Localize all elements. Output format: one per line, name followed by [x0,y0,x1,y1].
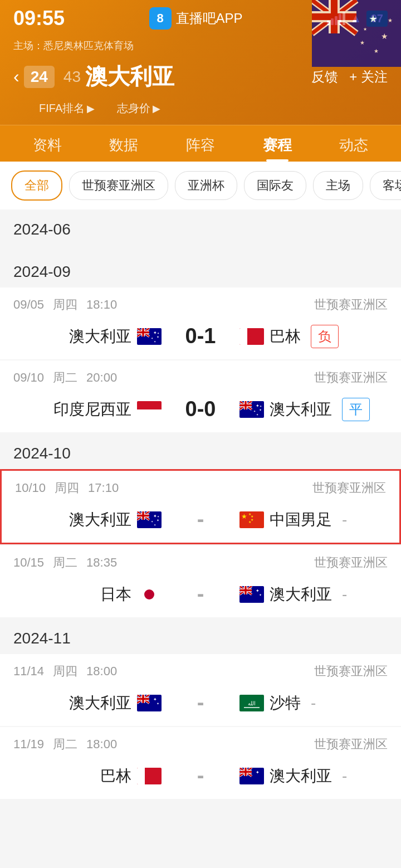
home-team-1015: 日本 [18,584,162,605]
home-flag-1119 [137,768,162,784]
day-0905: 周四 [53,296,77,313]
score-0910: 0-0 [162,397,239,421]
result-dash-1010: - [342,511,347,529]
month-header-sep: 2024-09 [0,252,401,287]
svg-text:★: ★ [248,520,251,524]
svg-text:✦: ✦ [157,702,159,705]
away-flag-1119: ✦ [239,768,264,784]
svg-text:★: ★ [374,48,379,54]
month-header-nov: 2024-11 [0,618,401,654]
home-team-1114: 澳大利亚 ✦ ✦ [18,693,162,714]
match-date-row-1015: 10/15 周二 18:35 世预赛亚洲区 [0,545,401,576]
month-header-jun: 2024-06 [0,209,401,245]
result-dash-1015: - [342,586,347,603]
home-team-0905: 澳大利亚 ✦ ✦ ✦ [18,326,162,347]
match-teams-1114[interactable]: 澳大利亚 ✦ ✦ [0,684,401,726]
league-1114: 世预赛亚洲区 [314,663,388,680]
result-dash-1114: - [311,694,316,712]
svg-text:✦: ✦ [153,330,157,335]
filter-international[interactable]: 国际友 [244,171,306,200]
match-1010[interactable]: 10/10 周四 17:10 世预赛亚洲区 澳大利亚 [0,469,401,544]
svg-text:★: ★ [388,17,393,23]
match-teams-1015[interactable]: 日本 - [0,576,401,617]
time-0905: 18:10 [86,298,117,312]
match-teams-0905[interactable]: 澳大利亚 ✦ ✦ ✦ [0,318,401,359]
home-team-1010: 澳大利亚 ✦ ✦ ✦ [19,509,162,530]
tab-dongtai[interactable]: 动态 [330,125,377,162]
date-1015: 10/15 [13,555,44,570]
away-team-1015: ✦ ✦ 澳大利亚 - [239,584,383,605]
home-flag-1010: ✦ ✦ ✦ ✦ ✦ [137,511,162,528]
date-1010: 10/10 [15,481,46,495]
time-1119: 18:00 [86,737,117,752]
away-team-1114: الله 沙特 - [239,693,383,714]
away-name-1119: 澳大利亚 [270,765,332,787]
app-icon: 8 [149,7,172,30]
home-name-1114: 澳大利亚 [69,693,131,714]
away-name-1015: 澳大利亚 [270,584,332,605]
svg-text:✦: ✦ [157,331,159,335]
svg-text:★: ★ [360,40,365,46]
back-button[interactable]: ‹ [13,66,19,87]
follow-btn[interactable]: + 关注 [349,68,388,86]
filter-all[interactable]: 全部 [11,170,62,201]
day-0910: 周二 [53,369,77,386]
svg-text:✦: ✦ [157,515,159,518]
home-name-1015: 日本 [100,584,131,605]
away-name-0910: 澳大利亚 [270,399,332,420]
svg-text:✦: ✦ [259,408,262,412]
svg-text:★: ★ [369,13,378,25]
page-header: ★ ★ ★ ★ ★ ★ 09:55 8 直播吧APP ▲ 97 主场：悉尼奥林 [0,0,401,162]
league-1010: 世预赛亚洲区 [312,480,386,496]
header-actions: 反馈 + 关注 [311,68,388,86]
result-badge-0910: 平 [342,398,370,421]
day-1114: 周四 [53,663,77,680]
away-team-1010: ★ ★ ★ ★ ★ 中国男足 - [239,509,382,530]
svg-text:★: ★ [241,513,247,520]
time-0910: 20:00 [86,370,117,385]
score-1114: - [162,691,239,715]
result-badge-0905: 负 [311,325,339,348]
svg-text:✦: ✦ [153,697,157,702]
svg-text:✦: ✦ [154,340,156,343]
match-date-row-0910: 09/10 周二 20:00 世预赛亚洲区 [0,360,401,391]
away-flag-0910: ✦ ✦ ✦ ✦ ✦ [239,401,264,418]
date-0910: 09/10 [13,370,44,385]
away-team-0905: 巴林 负 [239,325,383,348]
flag-background: ★ ★ ★ ★ ★ ★ [312,0,401,67]
filter-home[interactable]: 主场 [313,171,363,200]
month-header-oct: 2024-10 [0,433,401,469]
filter-away[interactable]: 客场 [370,171,401,200]
time-1015: 18:35 [86,555,117,570]
day-1015: 周二 [53,554,77,571]
league-0910: 世预赛亚洲区 [314,369,388,386]
tab-zhenrong[interactable]: 阵容 [177,125,224,162]
match-teams-1119[interactable]: 巴林 - [0,757,401,799]
away-name-0905: 巴林 [270,326,301,347]
rank-left: 24 [24,66,55,88]
home-team-1119: 巴林 [18,765,162,787]
svg-rect-33 [137,401,162,409]
schedule-content: 2024-06 2024-09 09/05 周四 18:10 世预赛亚洲区 澳大… [0,209,401,799]
away-flag-1010: ★ ★ ★ ★ ★ [239,511,264,528]
match-date-row-1119: 11/19 周二 18:00 世预赛亚洲区 [0,727,401,757]
tab-ziliao[interactable]: 资料 [24,125,71,162]
fifa-rank-item[interactable]: FIFA排名 ▶ [39,101,95,116]
svg-rect-31 [239,328,247,345]
rank-middle: 43 [63,68,81,86]
filter-asiancup[interactable]: 亚洲杯 [175,171,237,200]
tab-saicheng[interactable]: 赛程 [254,125,301,162]
tab-shuju[interactable]: 数据 [100,125,147,162]
away-team-0910: ✦ ✦ ✦ ✦ ✦ 澳大利亚 平 [239,398,383,421]
svg-text:✦: ✦ [157,519,159,522]
match-date-row-0905: 09/05 周四 18:10 世预赛亚洲区 [0,287,401,318]
svg-text:★: ★ [363,27,367,32]
tab-bar: 资料 数据 阵容 赛程 动态 [0,125,401,162]
match-teams-0910[interactable]: 印度尼西亚 0-0 [0,391,401,432]
feedback-btn[interactable]: 反馈 [311,68,338,86]
filter-worldcup[interactable]: 世预赛亚洲区 [69,171,168,200]
home-team-0910: 印度尼西亚 [18,399,162,420]
zodiac-item[interactable]: 志身价 ▶ [117,101,160,116]
time-display: 09:55 [13,7,65,30]
svg-text:✦: ✦ [154,523,156,526]
